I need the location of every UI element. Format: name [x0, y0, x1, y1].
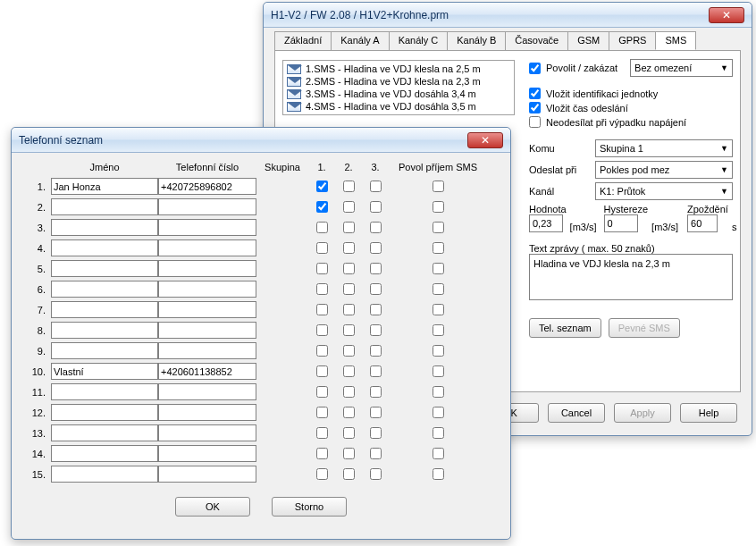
btn-cancel[interactable]: Cancel: [548, 403, 605, 423]
tel-g1-checkbox[interactable]: [316, 242, 328, 254]
tel-recv-checkbox[interactable]: [433, 365, 444, 377]
tel-recv-checkbox[interactable]: [433, 304, 444, 315]
tel-g1-checkbox[interactable]: [316, 181, 328, 192]
tel-number-input[interactable]: [158, 363, 256, 380]
tel-number-input[interactable]: [158, 322, 256, 339]
tel-g2-checkbox[interactable]: [343, 304, 355, 315]
tel-name-input[interactable]: [51, 301, 158, 318]
tel-g1-checkbox[interactable]: [316, 345, 328, 357]
tel-g1-checkbox[interactable]: [316, 304, 328, 315]
tel-name-input[interactable]: [51, 281, 158, 298]
tel-recv-checkbox[interactable]: [433, 407, 444, 418]
tab-časovače[interactable]: Časovače: [505, 31, 568, 50]
tel-recv-checkbox[interactable]: [433, 181, 444, 192]
tel-g2-checkbox[interactable]: [343, 283, 355, 295]
input-hodnota[interactable]: [529, 214, 563, 232]
tel-g3-checkbox[interactable]: [370, 263, 382, 274]
btn-pevne-sms[interactable]: Pevné SMS: [609, 318, 680, 338]
tel-g2-checkbox[interactable]: [343, 242, 355, 254]
tel-g3-checkbox[interactable]: [370, 365, 382, 377]
tel-g1-checkbox[interactable]: [316, 468, 328, 480]
tel-g1-checkbox[interactable]: [316, 365, 328, 377]
tel-name-input[interactable]: [51, 363, 158, 380]
tel-g3-checkbox[interactable]: [370, 324, 382, 336]
sms-item[interactable]: 2.SMS - Hladina ve VDJ klesla na 2,3 m: [285, 75, 512, 88]
tel-g3-checkbox[interactable]: [370, 222, 382, 233]
tel-g2-checkbox[interactable]: [343, 263, 355, 274]
tel-recv-checkbox[interactable]: [433, 222, 444, 233]
sms-item[interactable]: 1.SMS - Hladina ve VDJ klesla na 2,5 m: [285, 63, 512, 75]
input-text-zpravy[interactable]: [529, 254, 733, 300]
tab-sms[interactable]: SMS: [655, 31, 696, 50]
tel-g3-checkbox[interactable]: [370, 407, 382, 418]
tel-g3-checkbox[interactable]: [370, 201, 382, 213]
tab-kanály b[interactable]: Kanály B: [447, 31, 506, 50]
sel-kanal[interactable]: K1: Průtok▼: [595, 182, 733, 200]
tel-g3-checkbox[interactable]: [370, 242, 382, 254]
tel-number-input[interactable]: [158, 424, 256, 441]
tel-number-input[interactable]: [158, 219, 256, 236]
tel-number-input[interactable]: [158, 260, 256, 277]
tel-g2-checkbox[interactable]: [343, 407, 355, 418]
tel-number-input[interactable]: [158, 445, 256, 462]
tel-g3-checkbox[interactable]: [370, 283, 382, 295]
main-titlebar[interactable]: H1-V2 / FW 2.08 / H1V2+Krohne.prm ✕: [264, 3, 752, 28]
tel-name-input[interactable]: [51, 466, 158, 483]
tel-g3-checkbox[interactable]: [370, 304, 382, 315]
tel-number-input[interactable]: [158, 383, 256, 400]
sel-odeslat[interactable]: Pokles pod mez▼: [595, 161, 733, 179]
tab-základní[interactable]: Základní: [274, 31, 332, 50]
tel-number-input[interactable]: [158, 239, 256, 256]
tel-number-input[interactable]: [158, 198, 256, 215]
sms-list[interactable]: 1.SMS - Hladina ve VDJ klesla na 2,5 m2.…: [282, 60, 515, 115]
tel-name-input[interactable]: [51, 445, 158, 462]
tab-kanály a[interactable]: Kanály A: [331, 31, 389, 50]
tel-number-input[interactable]: [158, 466, 256, 483]
tel-recv-checkbox[interactable]: [433, 386, 444, 398]
sel-limit[interactable]: Bez omezení▼: [630, 59, 733, 77]
tel-number-input[interactable]: [158, 281, 256, 298]
tel-g2-checkbox[interactable]: [343, 345, 355, 357]
tel-g2-checkbox[interactable]: [343, 201, 355, 213]
tel-g3-checkbox[interactable]: [370, 181, 382, 192]
tel-g2-checkbox[interactable]: [343, 448, 355, 459]
tel-name-input[interactable]: [51, 342, 158, 359]
close-icon[interactable]: ✕: [709, 7, 744, 23]
tel-name-input[interactable]: [51, 383, 158, 400]
sel-komu[interactable]: Skupina 1▼: [595, 139, 733, 157]
tel-name-input[interactable]: [51, 260, 158, 277]
tel-g3-checkbox[interactable]: [370, 345, 382, 357]
btn-apply[interactable]: Apply: [614, 403, 671, 423]
tel-g3-checkbox[interactable]: [370, 468, 382, 480]
tel-name-input[interactable]: [51, 219, 158, 236]
tel-name-input[interactable]: [51, 404, 158, 421]
tel-g1-checkbox[interactable]: [316, 427, 328, 439]
tel-g3-checkbox[interactable]: [370, 448, 382, 459]
tel-recv-checkbox[interactable]: [433, 468, 444, 480]
tel-recv-checkbox[interactable]: [433, 283, 444, 295]
tel-g2-checkbox[interactable]: [343, 222, 355, 233]
tab-gsm[interactable]: GSM: [567, 31, 609, 50]
tel-btn-ok[interactable]: OK: [175, 497, 250, 517]
input-hystereze[interactable]: [604, 214, 638, 232]
tel-number-input[interactable]: [158, 404, 256, 421]
tel-recv-checkbox[interactable]: [433, 427, 444, 439]
tel-g1-checkbox[interactable]: [316, 263, 328, 274]
tel-g1-checkbox[interactable]: [316, 448, 328, 459]
tel-number-input[interactable]: [158, 342, 256, 359]
tel-recv-checkbox[interactable]: [433, 242, 444, 254]
tab-kanály c[interactable]: Kanály C: [389, 31, 449, 50]
tel-g2-checkbox[interactable]: [343, 468, 355, 480]
tel-recv-checkbox[interactable]: [433, 263, 444, 274]
input-zpozdeni[interactable]: [687, 214, 718, 232]
tel-g1-checkbox[interactable]: [316, 407, 328, 418]
tel-number-input[interactable]: [158, 301, 256, 318]
tel-name-input[interactable]: [51, 198, 158, 215]
tel-g2-checkbox[interactable]: [343, 427, 355, 439]
tel-g1-checkbox[interactable]: [316, 386, 328, 398]
tel-g2-checkbox[interactable]: [343, 386, 355, 398]
tel-name-input[interactable]: [51, 424, 158, 441]
tel-g1-checkbox[interactable]: [316, 324, 328, 336]
close-icon[interactable]: ✕: [467, 132, 503, 148]
chk-ident[interactable]: [529, 88, 541, 99]
